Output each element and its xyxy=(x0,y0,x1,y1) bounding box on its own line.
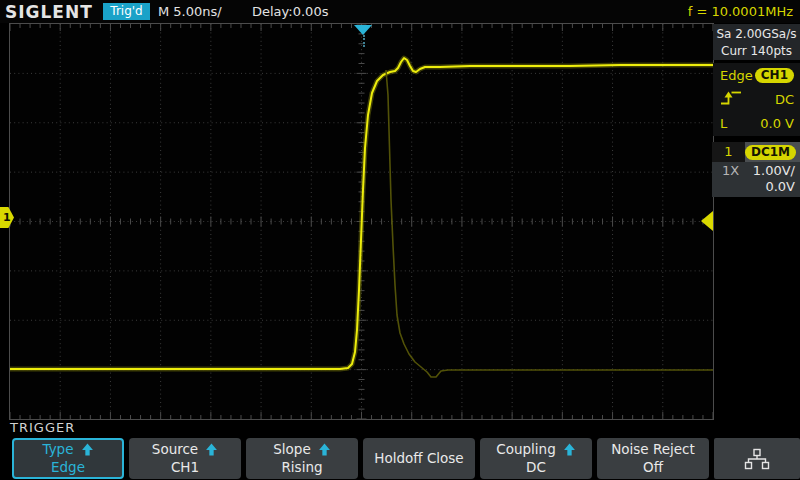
menu-button-source[interactable]: Source CH1 xyxy=(129,438,241,479)
oscilloscope-screen: SIGLENT Trig'd M 5.00ns/ Delay:0.00s f =… xyxy=(0,0,800,480)
up-arrow-icon xyxy=(81,443,94,456)
acquisition-info-panel: Sa 2.00GSa/s Curr 140pts xyxy=(713,24,800,60)
channel-coupling-badge: DC1M xyxy=(745,145,796,160)
channel-number-badge: 1 xyxy=(712,142,745,162)
channel1-info-panel[interactable]: 1 DC1M 1X 1.00V/ 0.0V xyxy=(712,142,800,197)
trigger-level-label: L xyxy=(720,116,727,131)
volts-per-div-readout: 1.00V/ xyxy=(753,163,795,178)
up-arrow-icon xyxy=(318,443,331,456)
brand-logo: SIGLENT xyxy=(5,2,93,22)
trigger-status-badge: Trig'd xyxy=(103,3,150,20)
probe-attenuation-readout: 1X xyxy=(722,163,739,178)
lan-icon xyxy=(744,448,770,470)
sample-rate-readout: Sa 2.00GSa/s xyxy=(713,26,800,43)
menu-button-coupling[interactable]: Coupling DC xyxy=(480,438,592,479)
memory-points-readout: Curr 140pts xyxy=(713,43,800,60)
menu-button-slope[interactable]: Slope Rising xyxy=(246,438,358,479)
up-arrow-icon xyxy=(563,443,576,456)
trigger-coupling-readout: DC xyxy=(775,92,794,107)
trigger-info-panel: Edge CH1 DC L 0.0 V xyxy=(713,63,800,136)
delay-readout: Delay:0.00s xyxy=(252,4,328,19)
timebase-readout: M 5.00ns/ xyxy=(158,4,222,19)
trigger-source-badge[interactable]: CH1 xyxy=(755,68,794,83)
waveform-display xyxy=(9,23,714,420)
rising-edge-icon xyxy=(720,90,742,109)
frequency-counter-readout: f = 10.0001MHz xyxy=(688,4,793,19)
network-status-box xyxy=(714,438,800,479)
trigger-level-readout: 0.0 V xyxy=(760,116,794,131)
menu-title: TRIGGER xyxy=(10,420,75,435)
up-arrow-icon xyxy=(205,443,218,456)
waveform-svg xyxy=(10,24,713,419)
menu-button-type[interactable]: Type Edge xyxy=(12,438,124,479)
trigger-type-label: Edge xyxy=(720,68,753,83)
menu-button-holdoff[interactable]: Holdoff Close xyxy=(363,438,475,479)
top-status-bar: SIGLENT Trig'd M 5.00ns/ Delay:0.00s f =… xyxy=(0,0,800,23)
menu-button-noise-reject[interactable]: Noise Reject Off xyxy=(597,438,709,479)
channel-offset-readout: 0.0V xyxy=(765,179,795,194)
trigger-position-line xyxy=(363,35,365,47)
